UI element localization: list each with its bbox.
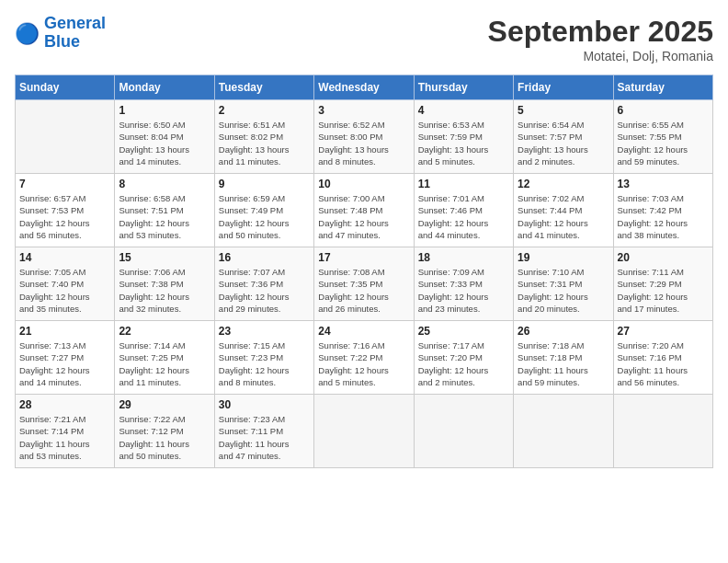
day-number: 26 <box>518 325 609 338</box>
weekday-header: Thursday <box>414 75 513 100</box>
calendar-cell: 12Sunrise: 7:02 AM Sunset: 7:44 PM Dayli… <box>514 174 613 247</box>
weekday-header: Friday <box>514 75 613 100</box>
day-number: 6 <box>618 104 709 117</box>
page-header: 🔵 General Blue September 2025 Motatei, D… <box>15 15 713 63</box>
day-info: Sunrise: 6:53 AM Sunset: 7:59 PM Dayligh… <box>418 119 509 167</box>
month-title: September 2025 <box>488 15 713 49</box>
day-number: 27 <box>618 325 709 338</box>
day-number: 3 <box>318 104 409 117</box>
day-number: 1 <box>119 104 210 117</box>
day-number: 14 <box>19 251 110 264</box>
svg-text:🔵: 🔵 <box>15 21 40 46</box>
day-number: 15 <box>119 251 210 264</box>
calendar-cell: 6Sunrise: 6:55 AM Sunset: 7:55 PM Daylig… <box>613 100 712 174</box>
day-info: Sunrise: 7:09 AM Sunset: 7:33 PM Dayligh… <box>418 266 509 315</box>
day-info: Sunrise: 7:14 AM Sunset: 7:25 PM Dayligh… <box>119 339 210 388</box>
calendar-cell: 7Sunrise: 6:57 AM Sunset: 7:53 PM Daylig… <box>16 174 115 247</box>
day-number: 2 <box>219 104 310 117</box>
day-info: Sunrise: 6:50 AM Sunset: 8:04 PM Dayligh… <box>119 119 210 167</box>
day-info: Sunrise: 7:20 AM Sunset: 7:16 PM Dayligh… <box>618 339 709 388</box>
logo-icon: 🔵 <box>15 20 40 46</box>
weekday-header: Tuesday <box>214 75 313 100</box>
day-info: Sunrise: 6:59 AM Sunset: 7:49 PM Dayligh… <box>219 192 310 241</box>
day-number: 19 <box>518 251 609 264</box>
calendar-cell: 9Sunrise: 6:59 AM Sunset: 7:49 PM Daylig… <box>214 174 313 247</box>
day-number: 12 <box>518 178 609 190</box>
weekday-header-row: SundayMondayTuesdayWednesdayThursdayFrid… <box>16 75 713 100</box>
day-info: Sunrise: 6:52 AM Sunset: 8:00 PM Dayligh… <box>318 119 409 167</box>
day-info: Sunrise: 7:01 AM Sunset: 7:46 PM Dayligh… <box>418 192 509 241</box>
calendar-cell: 23Sunrise: 7:15 AM Sunset: 7:23 PM Dayli… <box>214 321 313 395</box>
location: Motatei, Dolj, Romania <box>488 49 713 63</box>
calendar-cell <box>514 395 613 468</box>
calendar-cell: 19Sunrise: 7:10 AM Sunset: 7:31 PM Dayli… <box>514 247 613 321</box>
day-info: Sunrise: 7:15 AM Sunset: 7:23 PM Dayligh… <box>219 339 310 388</box>
day-number: 21 <box>19 325 110 338</box>
calendar-cell: 13Sunrise: 7:03 AM Sunset: 7:42 PM Dayli… <box>613 174 712 247</box>
day-info: Sunrise: 6:57 AM Sunset: 7:53 PM Dayligh… <box>19 192 110 241</box>
calendar-cell: 30Sunrise: 7:23 AM Sunset: 7:11 PM Dayli… <box>214 395 313 468</box>
day-info: Sunrise: 7:06 AM Sunset: 7:38 PM Dayligh… <box>119 266 210 315</box>
day-number: 30 <box>219 398 310 411</box>
calendar-table: SundayMondayTuesdayWednesdayThursdayFrid… <box>15 75 713 468</box>
calendar-cell: 16Sunrise: 7:07 AM Sunset: 7:36 PM Dayli… <box>214 247 313 321</box>
day-info: Sunrise: 6:58 AM Sunset: 7:51 PM Dayligh… <box>119 192 210 241</box>
calendar-cell: 21Sunrise: 7:13 AM Sunset: 7:27 PM Dayli… <box>16 321 115 395</box>
day-number: 20 <box>618 251 709 264</box>
day-number: 7 <box>19 178 110 190</box>
calendar-cell: 25Sunrise: 7:17 AM Sunset: 7:20 PM Dayli… <box>414 321 513 395</box>
calendar-cell: 20Sunrise: 7:11 AM Sunset: 7:29 PM Dayli… <box>613 247 712 321</box>
day-info: Sunrise: 6:55 AM Sunset: 7:55 PM Dayligh… <box>618 119 709 167</box>
day-number: 16 <box>219 251 310 264</box>
logo: 🔵 General Blue <box>15 15 106 52</box>
day-number: 29 <box>119 398 210 411</box>
weekday-header: Monday <box>115 75 214 100</box>
calendar-cell: 28Sunrise: 7:21 AM Sunset: 7:14 PM Dayli… <box>16 395 115 468</box>
calendar-cell: 17Sunrise: 7:08 AM Sunset: 7:35 PM Dayli… <box>314 247 414 321</box>
day-info: Sunrise: 7:23 AM Sunset: 7:11 PM Dayligh… <box>219 413 310 462</box>
calendar-cell: 4Sunrise: 6:53 AM Sunset: 7:59 PM Daylig… <box>414 100 513 174</box>
day-number: 5 <box>518 104 609 117</box>
day-info: Sunrise: 7:07 AM Sunset: 7:36 PM Dayligh… <box>219 266 310 315</box>
day-info: Sunrise: 6:51 AM Sunset: 8:02 PM Dayligh… <box>219 119 310 167</box>
day-number: 28 <box>19 398 110 411</box>
logo-text: General Blue <box>44 15 106 52</box>
day-info: Sunrise: 7:16 AM Sunset: 7:22 PM Dayligh… <box>318 339 409 388</box>
calendar-cell: 24Sunrise: 7:16 AM Sunset: 7:22 PM Dayli… <box>314 321 414 395</box>
day-number: 17 <box>318 251 409 264</box>
calendar-cell <box>16 100 115 174</box>
calendar-cell: 27Sunrise: 7:20 AM Sunset: 7:16 PM Dayli… <box>613 321 712 395</box>
day-number: 18 <box>418 251 509 264</box>
day-number: 24 <box>318 325 409 338</box>
day-number: 11 <box>418 178 509 190</box>
day-number: 13 <box>618 178 709 190</box>
day-info: Sunrise: 7:10 AM Sunset: 7:31 PM Dayligh… <box>518 266 609 315</box>
calendar-cell: 3Sunrise: 6:52 AM Sunset: 8:00 PM Daylig… <box>314 100 414 174</box>
day-info: Sunrise: 7:08 AM Sunset: 7:35 PM Dayligh… <box>318 266 409 315</box>
day-info: Sunrise: 7:18 AM Sunset: 7:18 PM Dayligh… <box>518 339 609 388</box>
day-info: Sunrise: 7:17 AM Sunset: 7:20 PM Dayligh… <box>418 339 509 388</box>
day-number: 8 <box>119 178 210 190</box>
weekday-header: Saturday <box>613 75 712 100</box>
calendar-week-row: 21Sunrise: 7:13 AM Sunset: 7:27 PM Dayli… <box>16 321 713 395</box>
calendar-cell: 2Sunrise: 6:51 AM Sunset: 8:02 PM Daylig… <box>214 100 313 174</box>
day-info: Sunrise: 7:21 AM Sunset: 7:14 PM Dayligh… <box>19 413 110 462</box>
calendar-cell: 26Sunrise: 7:18 AM Sunset: 7:18 PM Dayli… <box>514 321 613 395</box>
calendar-cell: 11Sunrise: 7:01 AM Sunset: 7:46 PM Dayli… <box>414 174 513 247</box>
calendar-cell: 29Sunrise: 7:22 AM Sunset: 7:12 PM Dayli… <box>115 395 214 468</box>
calendar-cell: 22Sunrise: 7:14 AM Sunset: 7:25 PM Dayli… <box>115 321 214 395</box>
day-number: 23 <box>219 325 310 338</box>
calendar-cell: 10Sunrise: 7:00 AM Sunset: 7:48 PM Dayli… <box>314 174 414 247</box>
day-number: 10 <box>318 178 409 190</box>
day-info: Sunrise: 7:02 AM Sunset: 7:44 PM Dayligh… <box>518 192 609 241</box>
title-block: September 2025 Motatei, Dolj, Romania <box>488 15 713 63</box>
calendar-cell <box>414 395 513 468</box>
calendar-cell: 8Sunrise: 6:58 AM Sunset: 7:51 PM Daylig… <box>115 174 214 247</box>
calendar-cell: 5Sunrise: 6:54 AM Sunset: 7:57 PM Daylig… <box>514 100 613 174</box>
day-number: 22 <box>119 325 210 338</box>
day-info: Sunrise: 7:00 AM Sunset: 7:48 PM Dayligh… <box>318 192 409 241</box>
calendar-cell: 15Sunrise: 7:06 AM Sunset: 7:38 PM Dayli… <box>115 247 214 321</box>
weekday-header: Wednesday <box>314 75 414 100</box>
calendar-cell: 14Sunrise: 7:05 AM Sunset: 7:40 PM Dayli… <box>16 247 115 321</box>
day-number: 25 <box>418 325 509 338</box>
